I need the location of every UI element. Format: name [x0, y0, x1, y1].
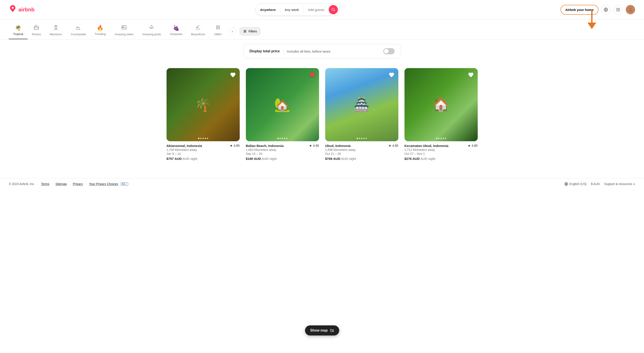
- rating-value-1: 4.85: [234, 144, 240, 147]
- category-trending[interactable]: 🔥 Trending: [90, 23, 110, 39]
- footer: © 2023 Airbnb, Inc. · Terms · Sitemap · …: [0, 178, 644, 190]
- language-button[interactable]: [601, 5, 611, 14]
- nav-next-button[interactable]: ›: [228, 27, 236, 35]
- listing-dates-3: Oct 21 – 26: [325, 152, 356, 155]
- listing-card-3[interactable]: 🏯 Ubud, Indonesia 1,698 kilometers away …: [325, 68, 398, 161]
- svg-rect-2: [616, 8, 620, 8]
- amazing-views-icon: [122, 25, 127, 31]
- price-amount-2: $180 AUD: [246, 157, 261, 161]
- listing-info-3: Ubud, Indonesia 1,698 kilometers away Oc…: [325, 144, 398, 161]
- category-beachfront[interactable]: Beachfront: [187, 23, 209, 39]
- listing-image-2: 🏡: [246, 68, 319, 141]
- amazing-pools-label: Amazing pools: [142, 33, 161, 36]
- listing-distance-2: 1,683 kilometers away: [246, 148, 284, 152]
- search-button[interactable]: [329, 5, 338, 14]
- svg-point-15: [245, 31, 246, 31]
- dot: [278, 138, 279, 139]
- listing-price-1: $757 AUD AUD night: [166, 157, 202, 161]
- search-anywhere[interactable]: Anywhere: [256, 6, 280, 13]
- dot: [357, 138, 358, 139]
- search-bar[interactable]: Anywhere Any week Add guests: [256, 3, 340, 16]
- price-amount-4: $276 AUD: [404, 157, 420, 161]
- svg-rect-6: [34, 26, 38, 29]
- listing-dates-1: Jan 9 – 14: [166, 152, 202, 155]
- footer-privacy[interactable]: Privacy: [73, 182, 83, 186]
- star-icon-2: ★: [309, 144, 312, 147]
- price-banner-left: Display total price Includes all fees, b…: [250, 49, 330, 54]
- star-icon-1: ★: [230, 144, 233, 147]
- host-button-wrapper: Airbnb your home: [560, 5, 598, 15]
- footer-privacy-choices[interactable]: Your Privacy Choices: [89, 182, 118, 186]
- listing-details-1: Abiansemal, Indonesia 1,709 kilometers a…: [166, 144, 202, 161]
- price-toggle[interactable]: [383, 48, 395, 54]
- airbnb-your-home-button[interactable]: Airbnb your home: [560, 5, 598, 15]
- wishlist-button-3[interactable]: [388, 71, 395, 79]
- wishlist-button-1[interactable]: [229, 71, 237, 79]
- category-countryside[interactable]: Countryside: [66, 23, 90, 39]
- beachfront-label: Beachfront: [191, 33, 205, 36]
- listing-distance-4: 1,712 kilometers away: [404, 148, 448, 152]
- wishlist-button-2[interactable]: [308, 71, 316, 79]
- listing-card-1[interactable]: 🌴 Abiansemal, Indonesia 1,709 kilometers…: [166, 68, 240, 161]
- image-dots-1: [198, 138, 208, 139]
- footer-support[interactable]: Support & resources ∧: [604, 182, 635, 186]
- category-amazing-pools[interactable]: Amazing pools: [138, 23, 166, 39]
- listing-rating-3: ★ 4.85: [388, 144, 398, 147]
- price-unit-4: AUD night: [420, 157, 435, 161]
- search-add-guests[interactable]: Add guests: [304, 6, 329, 13]
- trending-icon: 🔥: [97, 25, 104, 31]
- toggle-knob: [384, 49, 389, 54]
- footer-language[interactable]: English (US): [564, 182, 586, 186]
- dot: [198, 138, 200, 139]
- airbnb-logo[interactable]: airbnb: [9, 5, 34, 15]
- image-dots-3: [357, 138, 367, 139]
- avatar[interactable]: [626, 5, 635, 14]
- footer-sitemap[interactable]: Sitemap: [56, 182, 66, 186]
- listing-location-1: Abiansemal, Indonesia: [166, 144, 202, 148]
- tropical-icon: 🌴: [15, 25, 22, 31]
- dot: [207, 138, 208, 139]
- svg-rect-4: [616, 11, 620, 11]
- dot: [205, 138, 206, 139]
- filters-label: Filters: [248, 29, 257, 33]
- category-omg[interactable]: OMG!: [209, 23, 227, 39]
- listing-card-2[interactable]: 🏡 Balian Beach, Indonesia 1,683 kilomete…: [246, 68, 319, 161]
- category-mansions[interactable]: Mansions: [45, 23, 66, 39]
- wishlist-button-4[interactable]: [467, 71, 474, 79]
- vineyards-label: Vineyards: [170, 32, 182, 36]
- price-amount-3: $768 AUD: [325, 157, 340, 161]
- image-dots-2: [278, 138, 288, 139]
- category-amazing-views[interactable]: Amazing views: [110, 23, 138, 39]
- dot: [366, 138, 367, 139]
- search-any-week[interactable]: Any week: [280, 6, 304, 13]
- footer-terms[interactable]: Terms: [41, 182, 49, 186]
- svg-rect-7: [56, 25, 56, 26]
- vineyards-icon: 🍇: [173, 25, 180, 31]
- dot: [436, 138, 437, 139]
- listing-price-3: $768 AUD AUD night: [325, 157, 356, 161]
- listing-rating-2: ★ 4.90: [309, 144, 319, 147]
- listing-image-1: 🌴: [166, 68, 240, 141]
- category-rooms[interactable]: Rooms: [28, 23, 45, 39]
- rooms-label: Rooms: [32, 33, 41, 36]
- dot: [443, 138, 444, 139]
- menu-button[interactable]: [613, 5, 623, 14]
- category-tropical[interactable]: 🌴 Tropical: [9, 23, 28, 39]
- dot: [359, 138, 360, 139]
- listing-info-4: Kecamatan Ubud, Indonesia 1,712 kilomete…: [404, 144, 478, 161]
- dot: [200, 138, 202, 139]
- footer-left: © 2023 Airbnb, Inc. · Terms · Sitemap · …: [9, 182, 128, 186]
- amazing-views-label: Amazing views: [114, 33, 134, 36]
- listing-distance-1: 1,709 kilometers away: [166, 148, 202, 152]
- svg-point-5: [629, 8, 631, 10]
- footer-currency[interactable]: $ AUD: [591, 182, 600, 186]
- listing-location-2: Balian Beach, Indonesia: [246, 144, 284, 148]
- dot: [445, 138, 446, 139]
- category-vineyards[interactable]: 🍇 Vineyards: [166, 23, 187, 39]
- filters-button[interactable]: Filters: [240, 27, 260, 35]
- dot: [440, 138, 442, 139]
- listing-card-4[interactable]: 🏠 Kecamatan Ubud, Indonesia 1,712 kilome…: [404, 68, 478, 161]
- price-banner: Display total price Includes all fees, b…: [243, 44, 401, 58]
- omg-label: OMG!: [214, 33, 222, 36]
- image-dots-4: [436, 138, 446, 139]
